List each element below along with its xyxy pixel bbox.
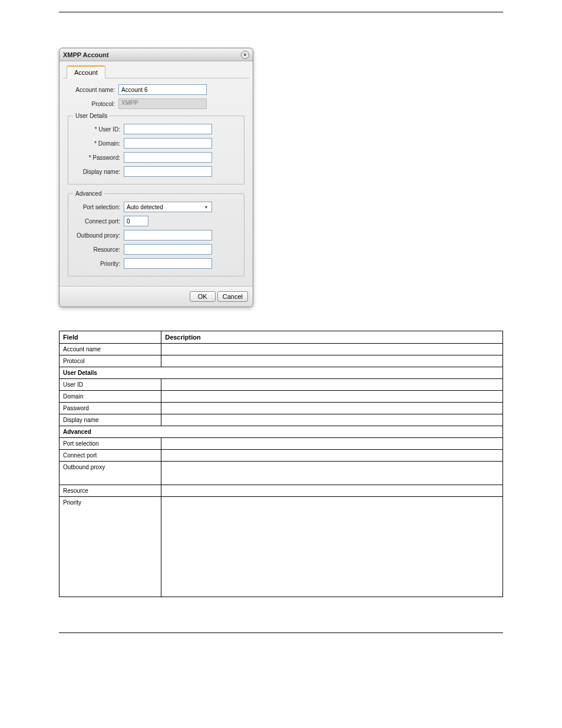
table-row: Display name <box>59 414 503 426</box>
table-cell-field: Port selection <box>59 438 161 450</box>
table-row: Port selection <box>59 438 503 450</box>
port-selection-label: Port selection: <box>73 204 124 210</box>
connect-port-label: Connect port: <box>73 218 124 225</box>
priority-label: Priority: <box>73 261 124 267</box>
dialog-title: XMPP Account <box>63 51 241 58</box>
password-label: * Password: <box>73 154 124 161</box>
table-section: Advanced <box>59 426 503 438</box>
resource-input[interactable] <box>124 244 212 255</box>
account-name-label: Account name: <box>68 87 118 93</box>
table-row: Password <box>59 403 503 414</box>
table-cell-field: Protocol <box>59 355 161 367</box>
close-icon[interactable]: × <box>241 51 249 59</box>
table-cell-desc <box>161 485 503 497</box>
table-cell-desc <box>161 462 503 485</box>
protocol-label: Protocol: <box>68 101 118 107</box>
user-details-legend: User Details <box>73 113 110 119</box>
user-details-group: User Details * User ID: * Domain: * Pass… <box>68 113 244 185</box>
table-section: User Details <box>59 367 503 379</box>
tab-account[interactable]: Account <box>67 65 105 78</box>
table-head-desc: Description <box>161 331 503 344</box>
outbound-proxy-input[interactable] <box>124 230 212 241</box>
protocol-value: XMPP <box>118 98 207 109</box>
password-input[interactable] <box>124 152 212 163</box>
table-head-field: Field <box>59 331 161 344</box>
table-row: User Details <box>59 367 503 379</box>
resource-label: Resource: <box>73 246 124 253</box>
priority-input[interactable] <box>124 258 212 269</box>
table-cell-field: Priority <box>59 497 161 597</box>
table-cell-field: User ID <box>59 379 161 391</box>
table-row: Protocol <box>59 355 503 367</box>
table-cell-desc <box>161 355 503 367</box>
table-cell-field: Outbound proxy <box>59 462 161 485</box>
table-cell-desc <box>161 438 503 450</box>
table-row: User ID <box>59 379 503 391</box>
outbound-proxy-label: Outbound proxy: <box>73 232 124 239</box>
table-row: Domain <box>59 391 503 403</box>
table-cell-field: Display name <box>59 414 161 426</box>
connect-port-input[interactable] <box>124 216 148 226</box>
table-cell-field: Account name <box>59 344 161 355</box>
table-cell-desc <box>161 497 503 597</box>
port-selection-select[interactable] <box>124 202 212 212</box>
display-name-label: Display name: <box>73 169 124 175</box>
table-cell-field: Connect port <box>59 450 161 462</box>
table-row: Account name <box>59 344 503 355</box>
cancel-button[interactable]: Cancel <box>217 291 248 302</box>
table-cell-field: Password <box>59 403 161 414</box>
domain-input[interactable] <box>124 138 212 149</box>
table-cell-field: Domain <box>59 391 161 403</box>
table-row: Advanced <box>59 426 503 438</box>
display-name-input[interactable] <box>124 166 212 177</box>
table-row: Priority <box>59 497 503 597</box>
table-cell-desc <box>161 379 503 391</box>
domain-label: * Domain: <box>73 140 124 147</box>
table-row: Resource <box>59 485 503 497</box>
table-cell-desc <box>161 403 503 414</box>
user-id-label: * User ID: <box>73 126 124 133</box>
ok-button[interactable]: OK <box>190 291 216 302</box>
advanced-legend: Advanced <box>73 190 104 197</box>
advanced-group: Advanced Port selection: ▾ Connect port: <box>68 190 244 276</box>
table-cell-desc <box>161 450 503 462</box>
table-cell-desc <box>161 391 503 403</box>
table-cell-desc <box>161 344 503 355</box>
xmpp-account-dialog: XMPP Account × Account Account name: Pro… <box>59 48 253 307</box>
dialog-titlebar: XMPP Account × <box>59 48 253 61</box>
user-id-input[interactable] <box>124 124 212 134</box>
table-row: Outbound proxy <box>59 462 503 485</box>
fields-table: Field Description Account nameProtocolUs… <box>59 331 503 597</box>
table-cell-desc <box>161 414 503 426</box>
table-cell-field: Resource <box>59 485 161 497</box>
table-row: Connect port <box>59 450 503 462</box>
account-name-input[interactable] <box>118 84 207 95</box>
tabstrip: Account <box>63 65 249 78</box>
